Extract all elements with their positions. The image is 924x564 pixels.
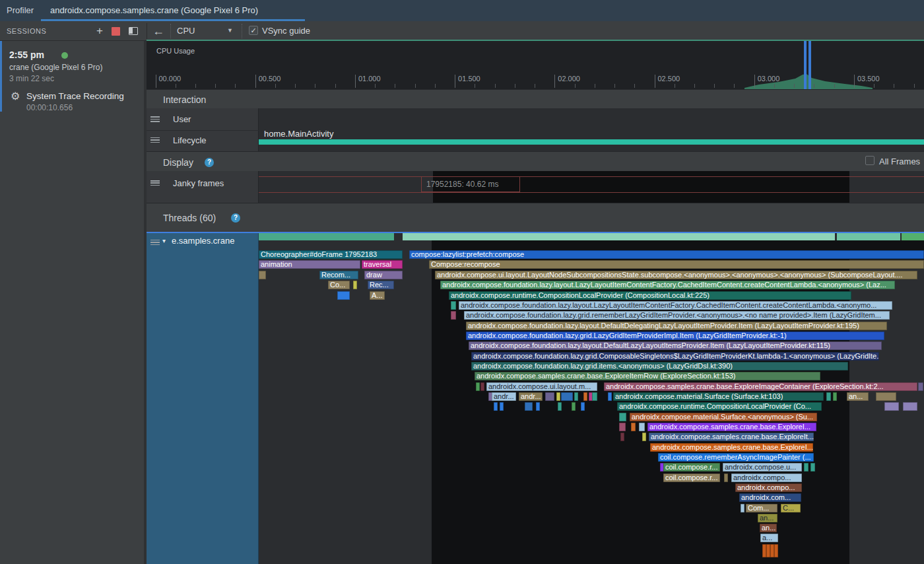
flame-block[interactable]: androidx.compose.foundation.lazy.grid.Co…: [471, 352, 879, 361]
flame-block[interactable]: androidx.compose.samples.crane.base.Expl…: [647, 423, 816, 431]
flame-block[interactable]: Com...: [746, 504, 777, 512]
flame-block[interactable]: [619, 413, 626, 421]
flame-block[interactable]: [876, 392, 896, 401]
flame-block[interactable]: [480, 382, 484, 391]
flame-block[interactable]: [774, 544, 778, 557]
flame-block[interactable]: [804, 463, 808, 472]
flame-block[interactable]: Co...: [328, 281, 350, 289]
flame-block[interactable]: Rec...: [368, 281, 394, 289]
flame-block[interactable]: androidx.compose.ui.layout.LayoutNodeSub…: [435, 271, 917, 279]
flame-block[interactable]: [581, 402, 585, 411]
flame-block[interactable]: androidx.compose.material.Surface (Surfa…: [613, 392, 824, 401]
flame-block[interactable]: traversal: [362, 260, 403, 269]
flame-block[interactable]: [558, 402, 562, 411]
flame-block[interactable]: coil.compose.r...: [663, 463, 720, 472]
flame-block[interactable]: androidx.com...: [739, 493, 801, 502]
flame-block[interactable]: [259, 271, 266, 279]
flame-block[interactable]: Recom...: [319, 271, 358, 279]
flame-block[interactable]: androidx.compose.runtime.CompositionLoca…: [449, 291, 851, 300]
flame-block[interactable]: [592, 392, 597, 401]
flame-block[interactable]: [451, 301, 456, 310]
flame-block[interactable]: androidx.compose.foundation.lazy.layout.…: [440, 281, 895, 289]
flame-block[interactable]: [536, 402, 540, 411]
flame-block[interactable]: androidx.compose.material.Surface.<anony…: [630, 413, 817, 421]
flame-block[interactable]: androidx.compose.foundation.lazy.layout.…: [459, 301, 892, 310]
flame-block[interactable]: androidx.compose.foundation.lazy.layout.…: [469, 341, 882, 350]
flame-block[interactable]: A...: [370, 291, 385, 300]
flame-block[interactable]: androidx.compo...: [735, 483, 802, 492]
flame-block[interactable]: [631, 423, 636, 431]
flame-block[interactable]: [619, 423, 626, 431]
flame-block[interactable]: coil.compose.rememberAsyncImagePainter (…: [658, 453, 814, 462]
flame-block[interactable]: androidx.compose.u...: [723, 463, 802, 472]
flame-block[interactable]: [583, 392, 587, 401]
flame-block[interactable]: [451, 311, 456, 320]
flame-block[interactable]: [639, 423, 645, 431]
flame-block[interactable]: Compose:recompose: [429, 260, 924, 269]
flame-block[interactable]: [353, 281, 357, 289]
flame-block[interactable]: androidx.compose.foundation.lazy.grid.it…: [471, 362, 848, 370]
flame-block[interactable]: [608, 392, 612, 401]
flame-block[interactable]: [620, 433, 624, 441]
flame-block[interactable]: an...: [758, 514, 777, 522]
flame-block[interactable]: androidx.compose.ui.layout.m...: [486, 382, 597, 391]
flame-block[interactable]: a...: [760, 534, 778, 542]
flame-block[interactable]: androidx.compose.foundation.lazy.grid.re…: [464, 311, 890, 320]
flame-block[interactable]: [500, 402, 504, 411]
flame-block[interactable]: andr...: [492, 392, 516, 401]
flame-block[interactable]: [545, 392, 554, 401]
flame-block[interactable]: [741, 504, 744, 512]
flame-block[interactable]: androidx.compose.samples.crane.base.Expl…: [604, 382, 917, 391]
flame-block[interactable]: androidx.compose.samples.crane.base.Expl…: [649, 433, 814, 441]
flame-block[interactable]: animation: [259, 260, 360, 269]
flame-block[interactable]: Choreographer#doFrame 17952183: [259, 250, 403, 259]
flame-block[interactable]: C...: [781, 504, 801, 512]
flame-block[interactable]: compose:lazylist:prefetch:compose: [409, 250, 924, 259]
flame-block[interactable]: androidx.compo...: [731, 474, 802, 482]
flame-block[interactable]: [494, 402, 498, 411]
flame-block[interactable]: andr...: [519, 392, 543, 401]
flame-block[interactable]: coil.compose.r...: [663, 474, 720, 482]
flame-block[interactable]: androidx.compose.foundation.lazy.grid.La…: [466, 332, 884, 340]
flame-block[interactable]: [556, 392, 560, 401]
flame-block[interactable]: [826, 392, 831, 401]
profiler-window: Profiler androidx.compose.samples.crane …: [0, 0, 924, 564]
flame-block[interactable]: draw: [364, 271, 403, 279]
flame-block[interactable]: [572, 402, 576, 411]
flame-block[interactable]: [903, 402, 917, 411]
flame-block[interactable]: [833, 392, 837, 401]
flame-block[interactable]: [810, 463, 815, 472]
flame-block[interactable]: [574, 392, 578, 401]
flame-block[interactable]: an...: [847, 392, 869, 401]
flame-layer: Choreographer#doFrame 17952183compose:la…: [0, 0, 924, 564]
flame-block[interactable]: [337, 291, 350, 300]
flame-block[interactable]: androidx.compose.foundation.lazy.layout.…: [466, 322, 887, 330]
flame-block[interactable]: androidx.compose.runtime.CompositionLoca…: [617, 402, 822, 411]
flame-block[interactable]: [476, 382, 480, 391]
flame-block[interactable]: androidx.compose.samples.crane.base.Expl…: [475, 372, 820, 380]
flame-block[interactable]: androidx.compose.samples.crane.base.Expl…: [650, 443, 813, 452]
flame-block[interactable]: [918, 382, 923, 391]
flame-block[interactable]: [884, 402, 899, 411]
flame-block[interactable]: [724, 474, 728, 482]
flame-block[interactable]: [561, 392, 573, 401]
flame-block[interactable]: an...: [760, 524, 777, 532]
flame-block[interactable]: [642, 433, 646, 441]
flame-block[interactable]: [525, 402, 533, 411]
